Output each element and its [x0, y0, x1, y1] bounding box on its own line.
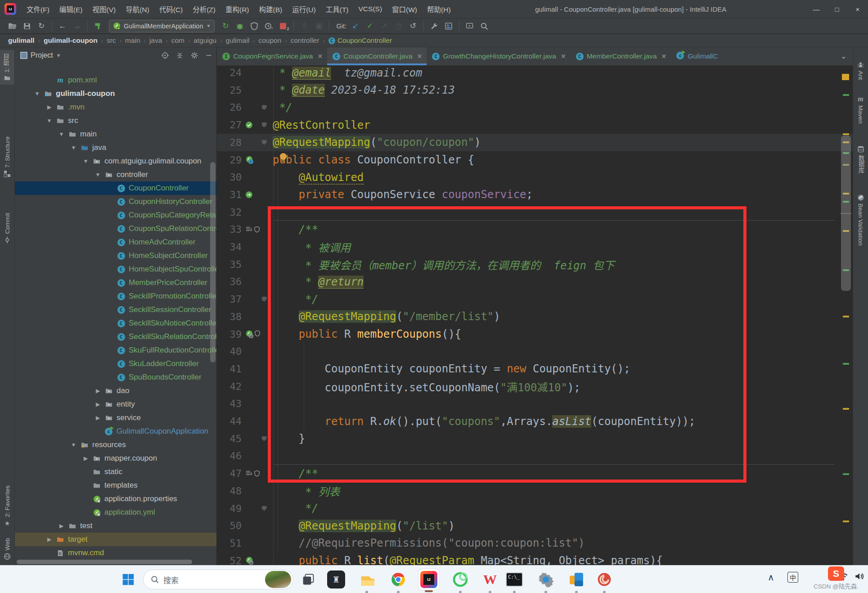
- tree-item-mapper-coupon[interactable]: ▶mapper.coupon: [15, 452, 216, 465]
- error-stripe-mark[interactable]: [843, 521, 849, 522]
- code-line-30[interactable]: 30 @Autowired: [217, 168, 853, 186]
- close-button[interactable]: ×: [847, 0, 868, 18]
- code-line-31[interactable]: 31 private CouponService couponService;: [217, 186, 853, 204]
- settings[interactable]: [535, 569, 556, 590]
- breadcrumb-item-main[interactable]: main: [124, 36, 141, 45]
- tree-item-main[interactable]: ▼main: [15, 127, 216, 141]
- toolwindow-button-2-favorites[interactable]: 2: Favorites ★: [0, 482, 14, 530]
- git-commit-button[interactable]: ✓: [363, 20, 377, 32]
- tree-item-application-yml[interactable]: application.yml: [15, 506, 216, 519]
- menu-item-2[interactable]: 视图(V): [87, 0, 121, 18]
- code-line-51[interactable]: 51 //@RequiresPermissions("coupon:coupon…: [217, 534, 853, 552]
- toolwindow-button-7-structure[interactable]: 7: Structure: [0, 133, 14, 181]
- chrome[interactable]: [388, 569, 409, 590]
- back-button[interactable]: ←: [56, 20, 69, 32]
- run-configuration-select[interactable]: GulimallMemberApplication ▼: [109, 20, 215, 32]
- toolwindow-button-bean-validation[interactable]: Bean Validation: [853, 191, 868, 249]
- tree-collapsed-arrow-icon[interactable]: ▶: [55, 523, 67, 529]
- editor-vertical-scrollbar[interactable]: [841, 136, 851, 291]
- tree-item--mvn[interactable]: ▶.mvn: [15, 100, 216, 114]
- tree-item-resources[interactable]: ▼resources: [15, 438, 216, 452]
- breadcrumb-item-coupon[interactable]: coupon: [257, 36, 282, 45]
- breadcrumb-item-src[interactable]: src: [106, 36, 117, 45]
- tree-collapsed-arrow-icon[interactable]: ▶: [92, 415, 104, 421]
- green-ring-app[interactable]: [450, 569, 471, 590]
- intention-bulb-icon[interactable]: [280, 153, 287, 160]
- menu-item-10[interactable]: VCS(S): [354, 0, 387, 18]
- tree-collapsed-arrow-icon[interactable]: ▶: [43, 104, 55, 110]
- menu-item-1[interactable]: 编辑(E): [54, 0, 88, 18]
- gutter-shield-icon[interactable]: [254, 226, 261, 233]
- editor-tab-couponfeignservice-java[interactable]: ICouponFeignService.java✕: [217, 47, 327, 65]
- tree-item-couponspurelationcontroller[interactable]: CCouponSpuRelationController: [15, 222, 216, 235]
- breadcrumb-item-atguigu[interactable]: atguigu: [193, 36, 217, 45]
- game-app[interactable]: ♜: [326, 569, 346, 590]
- tree-item-seckillpromotioncontroller[interactable]: CSeckillPromotionController: [15, 290, 216, 303]
- project-tree-horizontal-scrollbar[interactable]: [17, 560, 192, 564]
- tree-item-memberpricecontroller[interactable]: CMemberPriceController: [15, 276, 216, 290]
- menu-item-11[interactable]: 窗口(W): [387, 0, 422, 18]
- tree-collapsed-arrow-icon[interactable]: ▶: [92, 401, 104, 407]
- breadcrumb-item-gulimall-coupon[interactable]: gulimall-coupon: [43, 36, 99, 45]
- search-highlight-image[interactable]: [265, 571, 291, 588]
- code-editor[interactable]: 24 * @email tz@gmail.com25 * @date 2023-…: [217, 66, 853, 565]
- stop-button[interactable]: 2: [276, 20, 290, 32]
- git-update-button[interactable]: ↙: [349, 20, 362, 32]
- fold-marker-icon[interactable]: [262, 297, 267, 302]
- code-line-24[interactable]: 24 * @email tz@gmail.com: [217, 66, 853, 81]
- tree-item-couponspucategoryrelationcontroller[interactable]: CCouponSpuCategoryRelationController: [15, 208, 216, 222]
- hidden-tabs-chevron-icon[interactable]: ⌄: [834, 52, 853, 60]
- search-everywhere-button[interactable]: [477, 20, 491, 32]
- code-line-25[interactable]: 25 * @date 2023-04-18 17:52:13: [217, 81, 853, 99]
- gutter-mapping-icon[interactable]: [245, 330, 253, 338]
- taskbar-search[interactable]: 搜索: [143, 570, 293, 589]
- tree-item-homeadvcontroller[interactable]: CHomeAdvController: [15, 235, 216, 249]
- code-line-28[interactable]: 28@RequestMapping("coupon/coupon"): [217, 134, 853, 151]
- update-project-button[interactable]: ⇩: [297, 20, 311, 32]
- tree-collapsed-arrow-icon[interactable]: ▶: [80, 455, 92, 462]
- breadcrumb-item-gulimall[interactable]: gulimall: [7, 36, 36, 45]
- editor-tab-growthchangehistorycontroller-java[interactable]: CGrowthChangeHistoryController.java✕: [427, 47, 570, 65]
- close-icon[interactable]: ✕: [661, 53, 667, 60]
- collapse-all-icon[interactable]: [176, 52, 183, 59]
- tree-item-target[interactable]: ▶target: [15, 533, 216, 546]
- breadcrumb-item-gulimail[interactable]: gulimail: [225, 36, 251, 45]
- sync-button[interactable]: ↻: [35, 20, 48, 32]
- error-stripe-mark[interactable]: [843, 363, 849, 365]
- code-line-48[interactable]: 48 * 列表: [217, 482, 853, 500]
- tree-item-mvnw-cmd[interactable]: mvnw.cmd: [15, 546, 216, 560]
- error-stripe-mark[interactable]: [843, 94, 849, 96]
- fold-marker-icon[interactable]: [262, 140, 267, 145]
- task-view-button[interactable]: [298, 569, 319, 590]
- breadcrumb-item-java[interactable]: java: [148, 36, 163, 45]
- editor-tab-couponcontroller-java[interactable]: CCouponController.java✕: [327, 47, 427, 65]
- push-button[interactable]: ▣: [312, 20, 325, 32]
- tree-expanded-arrow-icon[interactable]: ▼: [43, 118, 55, 124]
- tree-item-service[interactable]: ▶service: [15, 411, 216, 425]
- wrench-button[interactable]: [427, 20, 441, 32]
- menu-item-3[interactable]: 导航(N): [121, 0, 154, 18]
- intellij-idea[interactable]: IJ: [418, 569, 439, 590]
- tree-expanded-arrow-icon[interactable]: ▼: [67, 442, 80, 448]
- tree-item-dao[interactable]: ▶dao: [15, 384, 216, 398]
- tree-item-application-properties[interactable]: application.properties: [15, 492, 216, 506]
- code-line-29[interactable]: 29cpublic class CouponController {: [217, 151, 853, 169]
- rerun-button[interactable]: ↻: [219, 20, 232, 32]
- tree-item-entity[interactable]: ▶entity: [15, 398, 216, 411]
- close-icon[interactable]: ✕: [318, 53, 323, 60]
- toolwindow-button-web[interactable]: Web: [0, 534, 14, 564]
- git-rollback-button[interactable]: ↺: [406, 20, 420, 32]
- error-stripe-mark[interactable]: [842, 74, 849, 80]
- gutter-mapping-icon[interactable]: [245, 557, 253, 565]
- gutter-shield-icon[interactable]: [254, 470, 261, 477]
- hide-panel-icon[interactable]: [206, 52, 212, 59]
- settings-gear-icon[interactable]: [191, 52, 198, 59]
- tree-item-spuboundscontroller[interactable]: CSpuBoundsController: [15, 371, 216, 384]
- forward-button[interactable]: →: [70, 20, 84, 32]
- maximize-button[interactable]: □: [827, 0, 847, 18]
- tree-item-com-atguigu-gulimail-coupon[interactable]: ▼com.atguigu.gulimail.coupon: [15, 154, 216, 168]
- tree-item-couponhistorycontroller[interactable]: CCouponHistoryController: [15, 195, 216, 208]
- tree-expanded-arrow-icon[interactable]: ▼: [55, 131, 67, 137]
- locate-target-icon[interactable]: [162, 52, 169, 59]
- tree-item-static[interactable]: static: [15, 465, 216, 479]
